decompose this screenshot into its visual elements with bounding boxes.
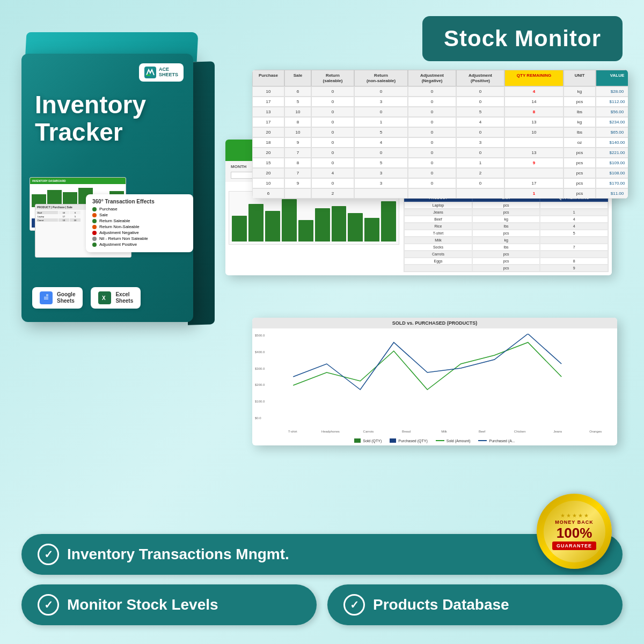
check-mark-transactions: ✓ <box>44 548 53 561</box>
par-row: Ricelbs4 <box>404 223 608 230</box>
legend-color-purchased-qty <box>390 438 396 443</box>
money-back-guarantee-label: GUARANTEE <box>552 541 596 550</box>
stock-monitor-badge: Stock Monitor <box>422 16 623 61</box>
feature-badges-container: ✓ Inventory Transactions Mngmt. ✓ Monito… <box>21 534 623 625</box>
sheet-sold-chart: SOLD vs. PURCHASED (PRODUCTS) $500.0 $40… <box>252 318 617 445</box>
table-row: 10600004kg$28.00 <box>252 86 628 97</box>
money-back-badge: ★ ★ ★ ★ ★ MONEY BACK 100% GUARANTEE <box>537 494 612 569</box>
transaction-return-sale: Return Saleable <box>92 218 187 223</box>
legend-line-sold-amount <box>436 440 444 441</box>
svg-rect-5 <box>44 299 48 299</box>
money-back-line1: MONEY BACK <box>555 519 593 525</box>
par-row: Laptoppcs <box>404 202 608 209</box>
table-row: 2074302pcs$108.00 <box>252 168 628 178</box>
feature-row-2: ✓ Monitor Stock Levels ✓ Products Databa… <box>21 584 623 625</box>
par-row: pcs9 <box>404 265 608 272</box>
transaction-badge: 360° Transaction Effects Purchase Sale R… <box>86 194 193 252</box>
return-sale-dot <box>92 219 97 223</box>
excel-sheets-label: ExcelSheets <box>115 291 133 304</box>
par-row: Eggspcs8 <box>404 258 608 265</box>
ace-logo-text: ACE SHEETS <box>159 67 178 78</box>
table-row: 109030017pcs$170.00 <box>252 178 628 188</box>
box-front: ACE SHEETS Inventory Tracker INVENTORY D… <box>21 54 193 322</box>
feature-badge-transactions: ✓ Inventory Transactions Mngmt. <box>21 534 623 575</box>
feature-badge-monitor: ✓ Monitor Stock Levels <box>21 584 317 625</box>
th-sale: Sale <box>284 70 311 86</box>
table-row: 1890403oz$140.00 <box>252 137 628 148</box>
x-labels: T-shirt Headphones Carrots Bread Milk Be… <box>276 430 612 433</box>
nil-dot <box>92 237 97 241</box>
sale-dot <box>92 213 97 217</box>
svg-text:X: X <box>102 295 106 301</box>
chart-legend: Sold (QTY) Purchased (QTY) Sold (Amount)… <box>252 436 617 445</box>
th-value: VALUE <box>596 70 628 86</box>
th-return-ns: Return(non-saleable) <box>354 70 408 86</box>
transaction-nil: Nil - Return Non Saleable <box>92 236 187 241</box>
feature-badge-products: ✓ Products Database <box>327 584 623 625</box>
check-circle-transactions: ✓ <box>38 544 59 565</box>
table-row: 131000058lbs$56.00 <box>252 107 628 117</box>
transaction-sale: Sale <box>92 213 187 217</box>
google-sheets-badge: GoogleSheets <box>32 287 83 309</box>
big-chart-area: $500.0 $400.0 $300.0 $200.0 $100.0 $0.0 <box>252 328 617 436</box>
th-return-s: Return(saleable) <box>311 70 354 86</box>
sheet-table: Purchase Sale Return(saleable) Return(no… <box>252 70 628 199</box>
par-row: Jeanspcs1 <box>404 209 608 216</box>
svg-rect-4 <box>44 298 48 298</box>
transaction-adj-neg: Adjustment Negative <box>92 230 187 235</box>
table-row: 15805019pcs$109.00 <box>252 158 628 168</box>
svg-rect-3 <box>44 297 48 297</box>
feature-row-1: ✓ Inventory Transactions Mngmt. <box>21 534 623 575</box>
chart-bar <box>265 211 280 241</box>
table-row: 2010050010lbs$65.00 <box>252 127 628 137</box>
table-row: 621pcs$11.00 <box>252 188 628 199</box>
chart-bar <box>381 201 396 241</box>
chart-bar <box>248 204 264 241</box>
chart-most-sold-area <box>229 191 399 245</box>
th-qty-remaining: QTY REMAINING <box>504 70 564 86</box>
adj-neg-dot <box>92 231 97 235</box>
check-mark-products: ✓ <box>350 598 359 611</box>
transaction-title: 360° Transaction Effects <box>92 199 187 204</box>
check-mark-monitor: ✓ <box>44 598 53 611</box>
table-row: 178010413kg$234.00 <box>252 117 628 127</box>
stock-monitor-text: Stock Monitor <box>444 26 601 51</box>
transaction-return-nonsale: Return Non-Saleable <box>92 224 187 229</box>
platform-badges: GoogleSheets X ExcelSheets <box>32 287 141 309</box>
box-title: Inventory Tracker <box>35 91 146 145</box>
ace-logo-icon <box>144 67 156 78</box>
ace-logo: ACE SHEETS <box>139 63 184 82</box>
product-box: ACE SHEETS Inventory Tracker INVENTORY D… <box>21 32 215 343</box>
par-row: T-shirtpcs5 <box>404 230 608 237</box>
feature-text-monitor: Monitor Stock Levels <box>67 596 218 613</box>
table-header-row: Purchase Sale Return(saleable) Return(no… <box>252 70 628 86</box>
chart-bar <box>232 216 247 241</box>
th-purchase: Purchase <box>252 70 284 86</box>
transaction-adj-pos: Adjustment Positive <box>92 242 187 247</box>
google-sheets-icon <box>40 291 53 304</box>
return-nonsale-dot <box>92 225 97 229</box>
par-row: Beefkg4 <box>404 216 608 223</box>
chart-bar <box>332 206 347 241</box>
feature-text-transactions: Inventory Transactions Mngmt. <box>67 546 289 563</box>
chart-bar <box>282 199 297 241</box>
legend-purchased-amount: Purchased (A... <box>478 438 515 443</box>
check-circle-monitor: ✓ <box>38 594 59 616</box>
excel-icon: X <box>98 291 111 304</box>
par-row: Milkkg <box>404 237 608 244</box>
th-adj-pos: Adjustment(Positive) <box>456 70 504 86</box>
check-circle-products: ✓ <box>343 594 365 616</box>
screenshots-container: Purchase Sale Return(saleable) Return(no… <box>241 70 628 445</box>
th-unit: UNIT <box>564 70 596 86</box>
par-row: Sockslbs7 <box>404 244 608 251</box>
chart-bar <box>364 218 379 241</box>
legend-sold-qty: Sold (QTY) <box>354 438 382 443</box>
excel-sheets-badge: X ExcelSheets <box>91 287 141 309</box>
stars-row: ★ ★ ★ ★ ★ <box>560 513 589 518</box>
chart-bar <box>348 213 363 241</box>
feature-text-products: Products Database <box>373 596 509 613</box>
legend-purchased-qty: Purchased (QTY) <box>390 438 427 443</box>
svg-rect-2 <box>46 294 48 296</box>
money-back-inner: ★ ★ ★ ★ ★ MONEY BACK 100% GUARANTEE <box>544 501 605 562</box>
google-sheets-label: GoogleSheets <box>57 291 75 304</box>
